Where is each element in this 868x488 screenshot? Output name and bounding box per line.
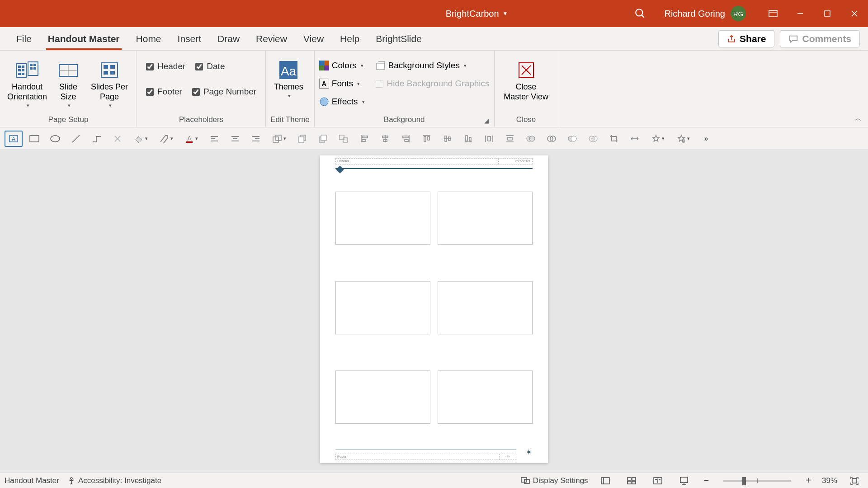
animation-add-button[interactable]: ▾ <box>646 131 669 147</box>
align-center-button[interactable] <box>226 131 244 147</box>
shape-fill-button[interactable]: ▾ <box>129 131 152 147</box>
fonts-button[interactable]: A Fonts▾ <box>319 76 365 91</box>
handout-page[interactable]: Header 2/26/2021 ✶ Footer ‹#› <box>320 155 548 463</box>
tab-review[interactable]: Review <box>248 27 295 50</box>
background-dialog-launcher[interactable]: ◢ <box>484 117 489 124</box>
themes-button[interactable]: Aa Themes ▾ <box>270 56 307 99</box>
tab-home[interactable]: Home <box>128 27 170 50</box>
zoom-in-button[interactable]: + <box>803 475 814 486</box>
tab-view[interactable]: View <box>295 27 332 50</box>
checkbox-date[interactable]: Date <box>195 59 225 74</box>
merge-intersect-button[interactable] <box>584 131 602 147</box>
animation-effect-button[interactable]: ▾ <box>672 131 694 147</box>
status-accessibility[interactable]: Accessibility: Investigate <box>67 476 161 485</box>
zoom-level[interactable]: 39% <box>822 476 837 485</box>
svg-text:A: A <box>12 136 15 142</box>
document-title[interactable]: BrightCarbon ▼ <box>446 9 508 19</box>
svg-rect-25 <box>110 65 115 69</box>
align-objects-center-button[interactable] <box>376 131 394 147</box>
svg-rect-41 <box>30 136 39 142</box>
merge-fragment-button[interactable] <box>563 131 581 147</box>
svg-rect-12 <box>22 69 24 71</box>
distribute-horizontal-button[interactable] <box>480 131 498 147</box>
tab-handout-master[interactable]: Handout Master <box>40 27 128 50</box>
checkbox-footer[interactable]: Footer <box>146 84 182 99</box>
comments-button[interactable]: Comments <box>780 30 860 47</box>
display-settings-button[interactable]: Display Settings <box>520 476 588 485</box>
document-title-text: BrightCarbon <box>446 9 499 19</box>
group-button[interactable] <box>335 131 353 147</box>
effects-button[interactable]: Effects▾ <box>319 94 365 109</box>
editing-canvas[interactable]: Header 2/26/2021 ✶ Footer ‹#› <box>0 150 868 473</box>
svg-rect-47 <box>186 141 193 143</box>
handout-orientation-button[interactable]: Handout Orientation ▾ <box>5 56 50 108</box>
svg-text:A: A <box>187 135 192 142</box>
svg-rect-109 <box>632 481 636 484</box>
rectangle-tool[interactable] <box>25 131 43 147</box>
svg-rect-31 <box>324 61 329 66</box>
tab-help[interactable]: Help <box>332 27 368 50</box>
date-placeholder[interactable]: 2/26/2021 <box>498 158 533 164</box>
minimize-button[interactable] <box>787 0 814 27</box>
share-button[interactable]: Share <box>718 30 774 47</box>
shape-outline-button[interactable]: ▾ <box>155 131 177 147</box>
slide-sorter-view-button[interactable] <box>623 474 641 487</box>
align-objects-top-button[interactable] <box>418 131 436 147</box>
background-styles-button[interactable]: Background Styles▾ <box>376 58 490 73</box>
align-left-button[interactable] <box>205 131 223 147</box>
search-icon[interactable] <box>634 8 646 19</box>
arrange-button[interactable]: ▾ <box>268 131 290 147</box>
slideshow-view-button[interactable] <box>675 474 693 487</box>
checkbox-page-number[interactable]: Page Number <box>192 84 256 99</box>
slides-per-page-button[interactable]: Slides Per Page ▾ <box>87 56 132 108</box>
qat-overflow-button[interactable]: » <box>697 131 715 147</box>
svg-rect-72 <box>403 136 408 138</box>
fit-to-window-button[interactable] <box>845 474 863 487</box>
ribbon-display-options-button[interactable] <box>760 0 787 27</box>
zoom-slider[interactable] <box>723 480 791 482</box>
zoom-out-button[interactable]: − <box>701 475 712 486</box>
align-objects-middle-button[interactable] <box>439 131 457 147</box>
tab-brightslide[interactable]: BrightSlide <box>368 27 430 50</box>
merge-union-button[interactable] <box>522 131 540 147</box>
svg-rect-60 <box>298 137 304 142</box>
connector-tool[interactable] <box>88 131 106 147</box>
tab-file[interactable]: File <box>8 27 40 50</box>
send-backward-button[interactable] <box>314 131 332 147</box>
oval-tool[interactable] <box>46 131 64 147</box>
group-label-page-setup: Page Setup <box>5 113 132 127</box>
collapse-ribbon-button[interactable]: ︿ <box>854 114 862 123</box>
slide-size-button[interactable]: Slide Size ▾ <box>52 56 84 108</box>
tab-draw[interactable]: Draw <box>209 27 248 50</box>
crop-button[interactable] <box>605 131 623 147</box>
footer-decoration-line <box>335 450 516 450</box>
bring-forward-button[interactable] <box>293 131 311 147</box>
svg-rect-88 <box>508 137 512 140</box>
tab-insert[interactable]: Insert <box>170 27 210 50</box>
close-master-view-button[interactable]: Close Master View <box>499 56 553 102</box>
align-objects-right-button[interactable] <box>397 131 415 147</box>
align-objects-left-button[interactable] <box>355 131 373 147</box>
user-account[interactable]: Richard Goring RG <box>664 6 746 21</box>
textbox-tool[interactable]: A <box>5 131 23 147</box>
distribute-vertical-button[interactable] <box>501 131 519 147</box>
align-objects-bottom-button[interactable] <box>459 131 477 147</box>
header-placeholder[interactable]: Header <box>335 158 500 164</box>
footer-placeholder[interactable]: Footer <box>335 454 500 460</box>
align-right-button[interactable] <box>247 131 265 147</box>
normal-view-button[interactable] <box>596 474 614 487</box>
svg-text:Aa: Aa <box>281 64 297 78</box>
checkbox-header[interactable]: Header <box>146 59 185 74</box>
close-button[interactable] <box>841 0 868 27</box>
svg-rect-14 <box>22 73 24 75</box>
delete-tool[interactable] <box>108 131 127 147</box>
font-color-button[interactable]: A▾ <box>180 131 203 147</box>
page-number-placeholder[interactable]: ‹#› <box>499 454 516 460</box>
maximize-button[interactable] <box>814 0 841 27</box>
line-tool[interactable] <box>67 131 85 147</box>
group-label-placeholders: Placeholders <box>142 113 261 127</box>
reading-view-button[interactable] <box>649 474 667 487</box>
merge-combine-button[interactable] <box>542 131 561 147</box>
colors-button[interactable]: Colors▾ <box>319 58 365 73</box>
size-position-button[interactable] <box>626 131 644 147</box>
